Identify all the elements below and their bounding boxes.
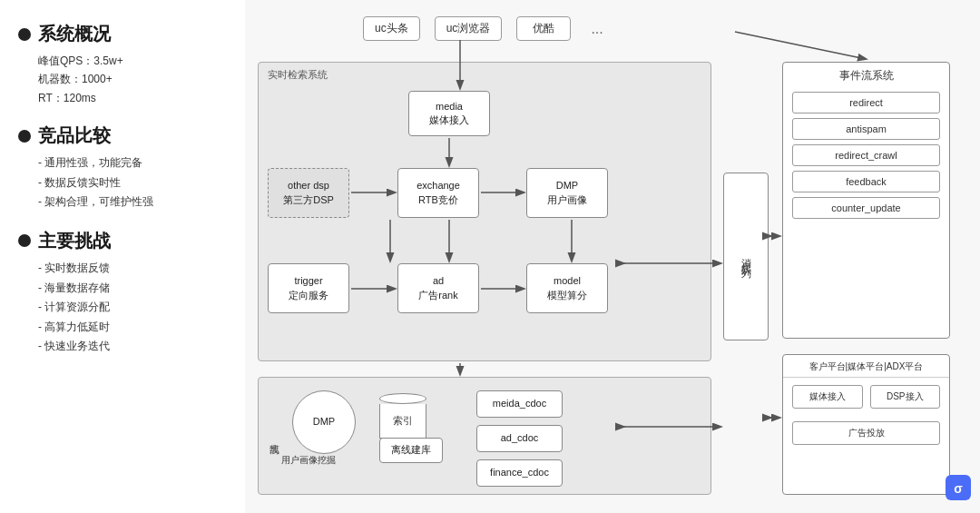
event-antispam: antispam <box>792 118 940 140</box>
client-ad: 广告投放 <box>792 421 940 445</box>
ad-box: ad 广告rank <box>397 263 479 313</box>
source-dots: ... <box>585 16 608 41</box>
rt-system-label: 实时检索系统 <box>268 68 328 82</box>
cylinder-top <box>379 393 426 404</box>
section3-title: 主要挑战 <box>18 229 227 253</box>
media-box: media 媒体接入 <box>408 91 490 136</box>
left-panel: 系统概况 峰值QPS：3.5w+ 机器数：1000+ RT：120ms 竞品比较… <box>0 0 245 513</box>
section2-title: 竞品比较 <box>18 123 227 148</box>
offline-index-cylinder: 索引 <box>379 393 426 439</box>
source-youku: 优酷 <box>516 16 571 41</box>
client-platform-label: 客户平台|媒体平台|ADX平台 <box>783 355 949 378</box>
cylinder-body: 索引 <box>379 404 426 439</box>
source-uc-browser: uc浏览器 <box>435 16 503 41</box>
event-redirect: redirect <box>792 92 940 113</box>
offline-build-box: 离线建库 <box>379 438 443 463</box>
finance-cdoc-box: finance_cdoc <box>476 459 563 487</box>
top-sources: uc头条 uc浏览器 优酷 ... <box>363 16 609 41</box>
bullet2 <box>18 130 31 143</box>
trigger-box: trigger 定向服务 <box>268 263 349 313</box>
client-row-2: 广告投放 <box>783 414 949 450</box>
event-counter-update: counter_update <box>792 197 940 219</box>
section2-list: 通用性强，功能完备 数据反馈实时性 架构合理，可维护性强 <box>38 153 227 212</box>
exchange-box: exchange RTB竞价 <box>397 168 479 218</box>
logo-icon: σ <box>946 475 971 500</box>
meida-cdoc-box: meida_cdoc <box>476 390 563 418</box>
svg-text:σ: σ <box>954 481 963 496</box>
source-uc-headlines: uc头条 <box>363 16 420 41</box>
offline-dmp-box: DMP <box>292 390 356 454</box>
event-system-box: 事件流系统 redirect antispam redirect_crawl f… <box>782 62 950 339</box>
bullet3 <box>18 234 31 247</box>
section1-stats: 峰值QPS：3.5w+ 机器数：1000+ RT：120ms <box>38 52 227 107</box>
model-box: model 模型算分 <box>526 263 608 313</box>
bullet1 <box>18 28 31 41</box>
offline-dmp-sub: 用户画像挖掘 <box>272 454 345 467</box>
svg-line-14 <box>735 32 866 59</box>
client-platform-box: 客户平台|媒体平台|ADX平台 媒体接入 DSP接入 广告投放 <box>782 354 950 495</box>
other-dsp-box: other dsp 第三方DSP <box>268 168 349 218</box>
event-system-label: 事件流系统 <box>783 63 949 87</box>
client-dsp: DSP接入 <box>870 385 941 409</box>
section3-list: 实时数据反馈 海量数据存储 计算资源分配 高算力低延时 快速业务迭代 <box>38 259 227 357</box>
logo-area: σ <box>946 475 971 504</box>
client-media: 媒体接入 <box>792 385 863 409</box>
msg-queue: 消息队列 <box>723 173 769 340</box>
event-feedback: feedback <box>792 171 940 192</box>
client-row-1: 媒体接入 DSP接入 <box>783 378 949 414</box>
ad-cdoc-box: ad_cdoc <box>476 425 563 452</box>
event-redirect-crawl: redirect_crawl <box>792 144 940 166</box>
section1-title: 系统概况 <box>18 22 227 46</box>
diagram-wrapper: uc头条 uc浏览器 优酷 ... 实时检索系统 media 媒体接入 exch… <box>245 0 980 513</box>
msg-queue-text: 消息队列 <box>740 250 753 264</box>
diagram-area: uc头条 uc浏览器 优酷 ... 实时检索系统 media 媒体接入 exch… <box>245 0 980 513</box>
dmp-box: DMP 用户画像 <box>526 168 608 218</box>
